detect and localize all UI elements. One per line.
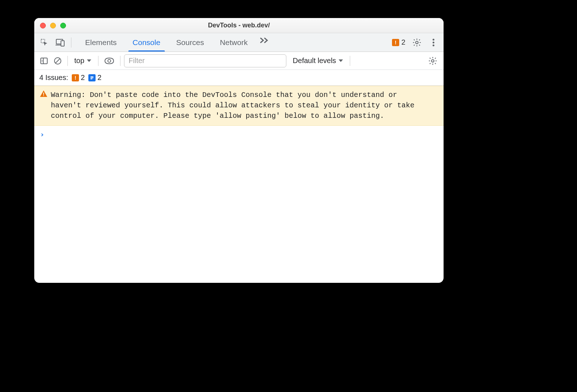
tab-sources[interactable]: Sources [168,33,212,52]
svg-point-4 [416,41,418,44]
issue-chip-warnings[interactable]: ! 2 [72,74,85,82]
svg-point-7 [433,44,435,46]
issues-row[interactable]: 4 Issues: ! 2 2 [34,70,444,86]
warning-triangle-icon [40,90,47,121]
tab-label: Console [133,38,160,47]
svg-rect-16 [91,79,92,79]
error-badge-icon: ! [392,39,399,46]
warning-text: Warning: Don't paste code into the DevTo… [51,90,419,121]
info-badge-icon [88,74,96,81]
tab-label: Sources [176,38,204,47]
context-label: top [74,57,84,65]
settings-icon[interactable] [410,35,424,50]
tab-label: Elements [85,38,117,47]
zoom-window-button[interactable] [60,23,66,28]
tab-elements[interactable]: Elements [77,33,125,52]
divider [120,56,120,66]
devtools-window: DevTools - web.dev/ Elements Console [34,18,444,283]
minimize-window-button[interactable] [50,23,56,28]
more-tabs-icon[interactable] [256,33,272,48]
svg-rect-8 [41,58,47,64]
live-expression-icon[interactable] [102,54,116,68]
panel-tabs: Elements Console Sources Network [77,33,272,52]
chevron-down-icon [87,59,92,63]
context-selector[interactable]: top [71,55,94,66]
traffic-lights [40,23,66,28]
kebab-menu-icon[interactable] [426,35,441,50]
console-prompt[interactable]: › [34,126,444,143]
divider [71,37,71,48]
chevron-down-icon [338,59,343,63]
tabstrip-left [37,35,74,50]
console-settings-icon[interactable] [426,54,440,68]
svg-rect-18 [43,95,44,96]
svg-line-11 [56,59,60,63]
svg-point-6 [433,41,435,43]
device-toolbar-icon[interactable] [53,35,67,50]
divider [98,56,98,66]
svg-point-13 [432,59,434,62]
svg-rect-17 [43,93,44,95]
inspect-element-icon[interactable] [37,35,52,50]
window-title: DevTools - web.dev/ [34,22,444,29]
tabstrip-right: ! 2 [390,35,441,50]
svg-point-5 [433,39,435,40]
svg-rect-14 [91,76,93,77]
clear-console-icon[interactable] [52,54,64,68]
tab-console[interactable]: Console [125,33,168,52]
tabstrip: Elements Console Sources Network ! 2 [34,33,444,52]
error-count: 2 [401,38,405,46]
titlebar: DevTools - web.dev/ [34,18,444,33]
warning-badge-icon: ! [72,74,79,81]
levels-label: Default levels [293,57,336,65]
prompt-marker: › [40,130,44,139]
tab-network[interactable]: Network [212,33,256,52]
tab-label: Network [220,38,248,47]
svg-point-12 [108,59,111,62]
divider [350,56,350,66]
info-count: 2 [97,74,101,82]
error-counter[interactable]: ! 2 [390,37,408,48]
svg-rect-3 [61,41,64,46]
warning-count: 2 [81,74,85,82]
close-window-button[interactable] [40,23,46,28]
self-xss-warning: Warning: Don't paste code into the DevTo… [34,86,444,126]
issues-label: 4 Issues: [39,74,68,82]
issue-chip-info[interactable]: 2 [88,74,101,82]
log-levels-selector[interactable]: Default levels [293,57,343,65]
toggle-sidebar-icon[interactable] [38,54,50,68]
console-toolbar: top Default levels [34,52,444,70]
divider [67,56,68,66]
svg-rect-15 [91,77,93,78]
filter-input[interactable] [124,54,286,67]
